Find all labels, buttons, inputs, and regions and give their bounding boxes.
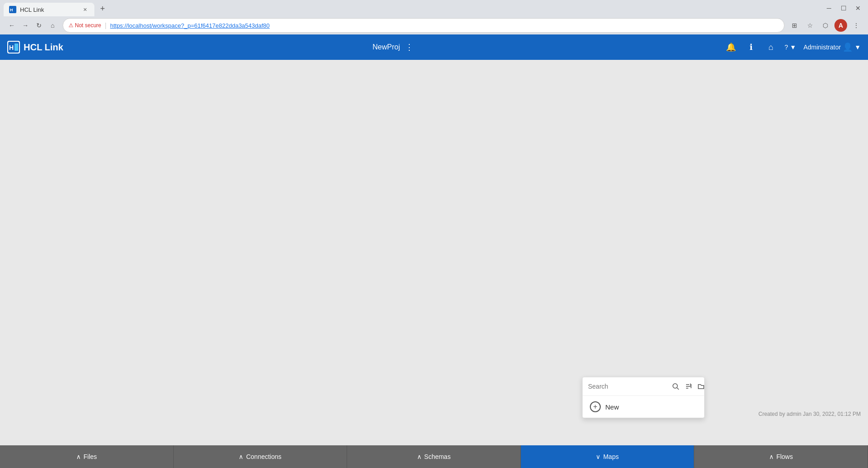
flows-tab-arrow: ∧ <box>769 453 774 460</box>
footer-tabs: ∧ Files ∧ Connections ∧ Schemas ∨ Maps ∧… <box>0 445 868 468</box>
schemas-tab-label: Schemas <box>424 453 451 460</box>
files-tab-arrow: ∧ <box>76 453 81 460</box>
app-logo: H HCL Link <box>7 41 63 54</box>
warning-icon: ⚠ <box>69 22 74 29</box>
url-separator: | <box>105 22 107 29</box>
user-menu[interactable]: Administrator 👤 ▼ <box>804 42 861 52</box>
help-icon: ? <box>785 44 788 51</box>
security-label: Not secure <box>75 22 101 29</box>
url-bar[interactable]: ⚠ Not secure | https://localhost/workspa… <box>63 18 785 33</box>
extensions-icon[interactable]: ⬡ <box>819 19 832 32</box>
security-warning: ⚠ Not secure <box>69 22 101 29</box>
svg-point-5 <box>673 384 677 388</box>
maximize-button[interactable]: ☐ <box>837 2 850 15</box>
user-chevron: ▼ <box>854 44 861 51</box>
tab-title-text: HCL Link <box>20 6 77 13</box>
help-dropdown[interactable]: ? ▼ <box>785 44 796 51</box>
header-right-icons: 🔔 ℹ ⌂ ? ▼ Administrator 👤 ▼ <box>725 41 861 54</box>
sort-icon-button[interactable] <box>683 381 694 392</box>
app-title: HCL Link <box>24 42 63 53</box>
notification-icon[interactable]: 🔔 <box>725 41 737 54</box>
search-icon-button[interactable] <box>670 381 681 392</box>
browser-right-icons: ⊞ ☆ ⬡ A ⋮ <box>788 19 863 32</box>
browser-chrome: H HCL Link ✕ + ─ ☐ ✕ ← → ↻ ⌂ ⚠ Not secur… <box>0 0 868 34</box>
flows-tab-label: Flows <box>776 453 793 460</box>
connections-tab-label: Connections <box>246 453 281 460</box>
logo-icon: H <box>7 41 20 54</box>
maps-tab-label: Maps <box>603 453 618 460</box>
tab-maps[interactable]: ∨ Maps <box>521 445 695 468</box>
tab-files[interactable]: ∧ Files <box>0 445 174 468</box>
new-item-button[interactable]: + New <box>583 396 704 418</box>
cast-icon[interactable]: ⊞ <box>788 19 801 32</box>
close-window-button[interactable]: ✕ <box>852 2 864 15</box>
app-header: H HCL Link NewProj ⋮ 🔔 ℹ ⌂ ? ▼ Administr… <box>0 34 868 60</box>
search-icons <box>670 381 705 392</box>
tab-schemas[interactable]: ∧ Schemas <box>347 445 521 468</box>
tab-favicon: H <box>9 6 16 13</box>
svg-text:H: H <box>10 8 13 12</box>
url-text: https://localhost/workspace?_p=61f6417e8… <box>110 22 270 29</box>
connections-tab-arrow: ∧ <box>239 453 243 460</box>
tab-close-button[interactable]: ✕ <box>81 5 89 14</box>
address-bar: ← → ↻ ⌂ ⚠ Not secure | https://localhost… <box>0 16 868 34</box>
schemas-tab-arrow: ∧ <box>417 453 422 460</box>
header-center: NewProj ⋮ <box>63 40 725 54</box>
more-menu-icon[interactable]: ⋮ <box>850 19 863 32</box>
bookmark-icon[interactable]: ☆ <box>804 19 816 32</box>
project-name: NewProj <box>373 43 400 51</box>
files-tab-label: Files <box>83 453 97 460</box>
maps-tab-arrow: ∨ <box>596 453 600 460</box>
profile-button[interactable]: A <box>834 19 847 32</box>
floating-panel: + New <box>582 377 705 418</box>
reload-button[interactable]: ↻ <box>33 19 45 32</box>
svg-text:H: H <box>9 44 14 51</box>
tab-flows[interactable]: ∧ Flows <box>694 445 868 468</box>
main-content: + New Created by admin Jan 30, 2022, 01:… <box>0 60 868 445</box>
project-menu-button[interactable]: ⋮ <box>403 40 415 54</box>
browser-tab[interactable]: H HCL Link ✕ <box>4 3 94 16</box>
home-button[interactable]: ⌂ <box>46 19 59 32</box>
tab-bar: H HCL Link ✕ + ─ ☐ ✕ <box>0 0 868 16</box>
svg-line-6 <box>677 388 679 390</box>
new-label: New <box>605 403 619 411</box>
search-row <box>583 377 704 396</box>
new-plus-icon: + <box>590 401 601 412</box>
forward-button[interactable]: → <box>19 19 32 32</box>
nav-buttons: ← → ↻ ⌂ <box>5 19 59 32</box>
browser-window-controls: ─ ☐ ✕ <box>823 2 864 15</box>
created-by-text: Created by admin Jan 30, 2022, 01:12 PM <box>759 411 861 417</box>
back-button[interactable]: ← <box>5 19 18 32</box>
minimize-button[interactable]: ─ <box>823 2 835 15</box>
search-input[interactable] <box>588 383 667 390</box>
info-icon[interactable]: ℹ <box>745 41 757 54</box>
folder-icon-button[interactable] <box>696 381 705 392</box>
new-tab-button[interactable]: + <box>96 2 109 15</box>
user-icon: 👤 <box>843 42 853 52</box>
user-name: Administrator <box>804 44 841 51</box>
tab-connections[interactable]: ∧ Connections <box>174 445 348 468</box>
home-icon[interactable]: ⌂ <box>765 41 777 54</box>
svg-rect-4 <box>15 44 18 51</box>
help-chevron: ▼ <box>790 44 796 51</box>
